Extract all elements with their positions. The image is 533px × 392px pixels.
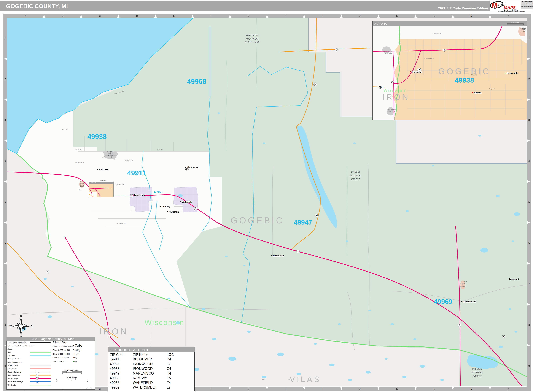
svg-text:M: M (470, 15, 472, 17)
svg-text:WAKEFIELD: WAKEFIELD (133, 381, 153, 385)
svg-text:G: G (248, 388, 249, 390)
svg-text:3: 3 (528, 119, 530, 121)
svg-text:77: 77 (47, 271, 48, 273)
svg-text:State Highways: State Highways (8, 374, 20, 376)
svg-text:N: N (20, 314, 22, 317)
svg-text:49947: 49947 (110, 371, 119, 375)
svg-text:ST MARYS: ST MARYS (388, 109, 395, 111)
header-bar: GOGEBIC COUNTY, MI 2021 ZIP Code Premium… (0, 0, 533, 12)
svg-text:Jessieville: Jessieville (507, 72, 518, 75)
svg-text:BESSEMER: BESSEMER (133, 357, 152, 361)
svg-text:COURSE: COURSE (460, 285, 466, 287)
logo-call1: CALL US TOLL FREE! (521, 1, 532, 2)
svg-text:2: 2 (444, 49, 445, 51)
svg-text:7: 7 (5, 283, 6, 285)
svg-text:Cities 10 - 4,999: Cities 10 - 4,999 (53, 360, 66, 362)
svg-text:CEMETERY: CEMETERY (385, 52, 392, 54)
svg-text:Bessemer: Bessemer (134, 194, 145, 196)
svg-text:City: City (75, 343, 82, 348)
svg-text:RIVERSIDE: RIVERSIDE (384, 51, 393, 52)
zip-label-49968: 49968 (187, 78, 206, 85)
svg-text:Thomaston: Thomaston (187, 166, 199, 168)
svg-text:OTTAWA: OTTAWA (351, 171, 360, 173)
svg-text:2: 2 (503, 336, 504, 338)
inset-zip-49938: 49938 (455, 76, 474, 84)
svg-text:6: 6 (528, 242, 530, 244)
svg-text:4: 4 (528, 160, 530, 162)
svg-text:J: J (359, 15, 361, 17)
svg-text:6: 6 (5, 242, 6, 244)
svg-text:49968: 49968 (110, 381, 119, 385)
svg-text:1: 1 (5, 37, 6, 39)
svg-text:Brogan St: Brogan St (489, 88, 495, 89)
svg-text:F4: F4 (167, 381, 171, 385)
svg-text:4: 4 (5, 160, 6, 162)
svg-text:E Margaret St: E Margaret St (433, 33, 441, 34)
svg-text:H: H (285, 388, 287, 390)
inset-label-wisconsin: Wisconsin (384, 88, 407, 93)
locator-title: AURORA (90, 182, 96, 184)
svg-text:City: City (74, 357, 77, 359)
svg-text:Cities and Towns: Cities and Towns (53, 341, 67, 343)
inset-scale-label: Scale in Miles (511, 22, 519, 23)
inset-label-gogebic: GOGEBIC (438, 66, 490, 76)
state-label-wisconsin: Wisconsin (145, 318, 184, 327)
svg-text:N: N (508, 388, 509, 390)
zip-label-49959: 49959 (154, 190, 162, 194)
svg-text:C: C (99, 388, 101, 390)
svg-text:123: 123 (37, 372, 38, 373)
svg-text:4: 4 (87, 380, 88, 382)
svg-text:CLUB: CLUB (80, 185, 84, 187)
svg-text:C: C (99, 15, 101, 17)
eagle-bluff-golf: EAGLE BLUFF GOLF CLUB (79, 181, 85, 187)
svg-text:51: 51 (391, 82, 393, 84)
svg-text:5: 5 (528, 201, 530, 203)
svg-text:E: E (173, 15, 175, 17)
svg-text:L: L (434, 15, 435, 17)
table-title: ZIP Code Index/Grid Locator (110, 348, 148, 351)
aurora-locator-box: AURORA (89, 182, 113, 197)
svg-text:49938: 49938 (110, 362, 119, 366)
logo-email2: mapsales@MarketMAPS.com (521, 6, 533, 7)
inset-map: 2 51 2-BR 77 E Margaret St E Cloverland … (373, 21, 527, 120)
svg-text:NICOLET: NICOLET (472, 368, 482, 370)
svg-text:8: 8 (528, 324, 530, 326)
svg-text:Cities 100,000 and Above: Cities 100,000 and Above (53, 345, 73, 347)
svg-text:COUNTRY: COUNTRY (519, 29, 526, 31)
svg-text:D: D (136, 15, 138, 17)
svg-text:123: 123 (37, 375, 38, 376)
marketmaps-logo: M arket MAPS On Target. On Time. America… (490, 0, 533, 12)
svg-text:W Harding Rd: W Harding Rd (117, 223, 126, 224)
svg-text:0: 0 (62, 373, 63, 375)
inset-title: AURORA (374, 22, 387, 25)
svg-text:MOUNTAINS: MOUNTAINS (246, 37, 259, 40)
svg-text:STATE PARK: STATE PARK (245, 41, 260, 44)
svg-text:Ironwood: Ironwood (412, 71, 422, 73)
svg-text:E: E (31, 325, 32, 328)
svg-text:City: City (74, 353, 79, 355)
svg-text:RAMSAY: RAMSAY (133, 376, 147, 380)
svg-text:7: 7 (528, 283, 530, 285)
inset-label-iron: IRON (382, 92, 410, 102)
svg-text:CEMETERY: CEMETERY (388, 111, 396, 113)
svg-text:2: 2 (131, 195, 132, 197)
svg-text:L: L (434, 388, 435, 390)
svg-text:0: 0 (56, 380, 57, 382)
svg-text:M: M (470, 388, 472, 390)
svg-text:K: K (396, 15, 398, 17)
svg-text:Scale in Kilometers: Scale in Kilometers (65, 369, 79, 371)
svg-text:2-BR: 2-BR (418, 69, 421, 70)
svg-text:Secondary Streets: Secondary Streets (8, 361, 22, 363)
svg-text:Jackson Rd: Jackson Rd (100, 180, 107, 181)
svg-text:PORCUPINE: PORCUPINE (246, 34, 259, 37)
svg-text:2: 2 (71, 380, 72, 382)
zip-label-49911: 49911 (127, 169, 146, 177)
logo-email1: EMAIL US AT: (521, 5, 528, 6)
svg-text:Watersmeet: Watersmeet (463, 300, 476, 303)
svg-text:Interstate Highways: Interstate Highways (8, 381, 23, 383)
svg-text:2: 2 (297, 251, 298, 252)
zip-index-table: ZIP Code Index/Grid Locator ZIP CodeZIP … (108, 347, 195, 391)
svg-text:City: City (75, 348, 80, 352)
svg-text:G: G (248, 15, 249, 17)
svg-text:49959: 49959 (110, 376, 119, 380)
